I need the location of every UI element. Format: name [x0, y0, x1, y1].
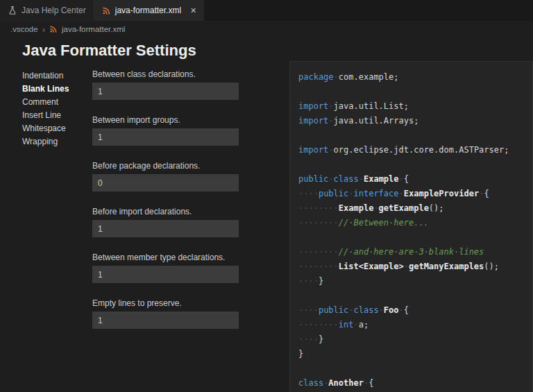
code-token: { — [369, 378, 373, 388]
code-token: a; — [359, 320, 369, 330]
code-token: ···· — [298, 334, 319, 344]
code-line: ····} — [298, 332, 524, 347]
code-token: class — [334, 174, 359, 184]
field-label: Between class declarations. — [92, 69, 239, 79]
tab-bar: Java Help Center java-formatter.xml ✕ — [0, 0, 533, 21]
settings-nav: IndentationBlank LinesCommentInsert Line… — [22, 69, 92, 344]
code-token: } — [298, 349, 303, 359]
code-line: ········List<Example>·getManyExamples(); — [298, 259, 524, 274]
field-input[interactable] — [92, 312, 239, 329]
field-input[interactable] — [92, 220, 239, 237]
nav-item-wrapping[interactable]: Wrapping — [22, 135, 92, 148]
tab-java-formatter-xml[interactable]: java-formatter.xml ✕ — [94, 0, 205, 21]
field-label: Between import groups. — [92, 115, 239, 125]
form-field: Before package declarations. — [92, 161, 239, 191]
chevron-right-icon: › — [42, 24, 45, 35]
code-token: class — [298, 378, 323, 388]
code-token: int — [339, 320, 354, 330]
xml-rss-icon — [49, 25, 58, 33]
nav-item-blank-lines[interactable]: Blank Lines — [22, 83, 92, 96]
code-token: java.util.List; — [334, 101, 409, 111]
code-token: Another — [328, 378, 364, 388]
field-input[interactable] — [92, 128, 239, 146]
xml-rss-icon — [102, 6, 111, 15]
tab-java-help-center[interactable]: Java Help Center — [0, 0, 94, 21]
code-token: · — [359, 174, 364, 184]
code-line — [298, 289, 524, 303]
code-token: · — [328, 145, 333, 155]
code-line: ········Example·getExample(); — [298, 201, 524, 216]
code-token: · — [404, 262, 409, 271]
field-input[interactable] — [92, 174, 239, 191]
code-token: ········ — [298, 218, 339, 228]
code-line: ····} — [298, 274, 524, 289]
code-token: //·Between·here... — [339, 218, 429, 228]
code-line: import·java.util.List; — [298, 99, 524, 114]
form-field: Between class declarations. — [92, 69, 239, 100]
code-token: ········ — [298, 203, 339, 213]
code-token: · — [328, 174, 333, 184]
code-token: { — [404, 305, 409, 315]
code-preview: package·com.example;import·java.util.Lis… — [289, 61, 533, 392]
code-token: } — [319, 334, 323, 344]
code-token: · — [353, 320, 358, 330]
field-label: Empty lines to preserve. — [92, 298, 239, 308]
code-token: ········ — [298, 247, 339, 257]
code-token: · — [399, 305, 404, 315]
code-token: ········ — [298, 320, 339, 330]
field-input[interactable] — [92, 266, 239, 283]
code-token: public — [298, 174, 328, 184]
nav-item-indentation[interactable]: Indentation — [22, 69, 92, 83]
close-icon[interactable]: ✕ — [190, 7, 196, 15]
nav-item-whitespace[interactable]: Whitespace — [22, 122, 92, 135]
code-token: org.eclipse.jdt.core.dom.ASTParser; — [334, 145, 509, 155]
field-input[interactable] — [92, 83, 239, 100]
code-token: ···· — [298, 305, 319, 315]
code-line: import·java.util.Arrays; — [298, 114, 524, 128]
breadcrumb-file[interactable]: java-formatter.xml — [62, 25, 125, 33]
breadcrumb: .vscode › java-formatter.xml — [0, 21, 533, 37]
code-line: class·Another·{ — [298, 376, 524, 391]
form-field: Before import declarations. — [92, 207, 239, 237]
code-token: //·and·here·are·3·blank·lines — [339, 247, 484, 257]
code-token: ········ — [298, 262, 339, 271]
code-token: java.util.Arrays; — [334, 116, 419, 126]
code-token: · — [348, 305, 353, 315]
field-label: Before import declarations. — [92, 207, 239, 216]
code-token: (); — [484, 262, 499, 271]
breadcrumb-folder[interactable]: .vscode — [10, 25, 38, 33]
code-token: com.example; — [339, 72, 399, 82]
code-token: class — [354, 305, 379, 315]
code-line: ····public·class·Foo·{ — [298, 303, 524, 318]
code-line — [298, 85, 524, 99]
code-token: · — [399, 189, 404, 198]
tab-label: java-formatter.xml — [115, 6, 181, 15]
code-line: ········//·and·here·are·3·blank·lines — [298, 245, 524, 259]
code-token: Foo — [384, 305, 399, 315]
code-token: · — [399, 174, 404, 184]
form-field: Empty lines to preserve. — [92, 298, 239, 329]
code-line: package·com.example; — [298, 70, 524, 85]
code-token: getExample — [379, 203, 429, 213]
code-token: List<Example> — [339, 262, 404, 271]
code-token: Example — [339, 203, 374, 213]
code-token: ExampleProvider — [404, 189, 479, 198]
field-label: Between member type declarations. — [92, 253, 239, 262]
code-token: package — [298, 72, 334, 82]
tab-label: Java Help Center — [22, 6, 86, 15]
code-line: import·org.eclipse.jdt.core.dom.ASTParse… — [298, 143, 524, 157]
nav-item-insert-line[interactable]: Insert Line — [22, 109, 92, 122]
code-token: getManyExamples — [409, 262, 484, 271]
code-line — [298, 230, 524, 245]
code-token: (); — [429, 203, 444, 213]
nav-item-comment[interactable]: Comment — [22, 96, 92, 109]
code-token: } — [319, 276, 323, 286]
code-token: ···· — [298, 276, 319, 286]
code-token: import — [298, 101, 328, 111]
code-token: · — [328, 101, 333, 111]
code-line: } — [298, 347, 524, 361]
code-token: interface — [354, 189, 399, 198]
form-field: Between import groups. — [92, 115, 239, 146]
code-token: ···· — [298, 189, 319, 198]
code-line — [298, 128, 524, 143]
